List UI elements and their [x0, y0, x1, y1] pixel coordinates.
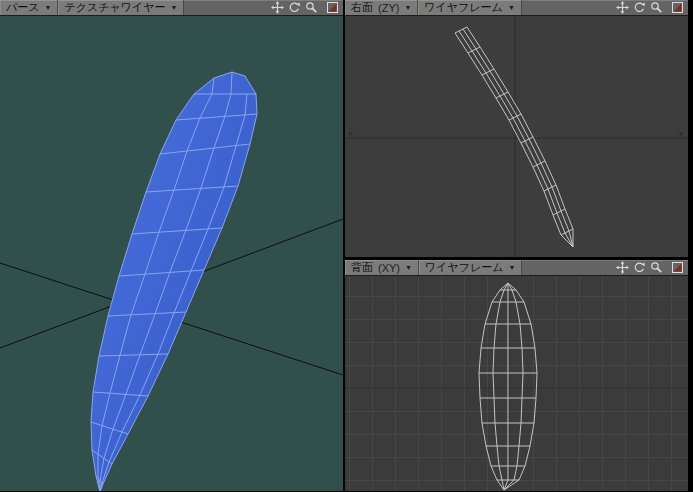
banana-mesh [91, 72, 257, 491]
chevron-down-icon: ▼ [508, 4, 515, 11]
side-scene: + + [345, 16, 688, 257]
chevron-down-icon: ▼ [45, 4, 52, 11]
header-spacer [184, 0, 270, 15]
back-canvas[interactable] [345, 276, 688, 491]
viewport-controls [270, 0, 343, 15]
maximize-icon[interactable] [670, 1, 685, 14]
banana-wireframe-back [479, 283, 537, 490]
rotate-icon[interactable] [287, 1, 302, 14]
zoom-icon[interactable] [304, 1, 319, 14]
display-mode-selector-perspective[interactable]: テクスチャワイヤー ▼ [58, 0, 184, 15]
display-mode-label: ワイヤフレーム [425, 260, 504, 275]
zoom-icon[interactable] [649, 1, 664, 14]
viewport-perspective: パース ▼ テクスチャワイヤー ▼ [0, 0, 343, 492]
view-label: 右面 [351, 0, 373, 15]
back-header: 背面 (XY) ▼ ワイヤフレーム ▼ [345, 260, 688, 276]
perspective-canvas[interactable] [0, 16, 343, 491]
display-mode-label: ワイヤフレーム [424, 0, 503, 15]
display-mode-label: テクスチャワイヤー [64, 0, 165, 15]
view-selector-perspective[interactable]: パース ▼ [0, 0, 58, 15]
header-spacer [522, 260, 615, 275]
back-scene [345, 276, 688, 491]
chevron-down-icon: ▼ [508, 264, 515, 271]
pan-icon[interactable] [270, 1, 285, 14]
view-label: 背面 [351, 260, 373, 275]
side-header: 右面 (ZY) ▼ ワイヤフレーム ▼ [345, 0, 688, 16]
rotate-icon[interactable] [632, 1, 647, 14]
maximize-icon[interactable] [670, 261, 685, 274]
perspective-scene [0, 16, 343, 491]
chevron-down-icon: ▼ [171, 4, 178, 11]
viewport-back: 背面 (XY) ▼ ワイヤフレーム ▼ [345, 260, 688, 492]
header-spacer [522, 0, 615, 15]
view-selector-back[interactable]: 背面 (XY) ▼ [345, 260, 419, 275]
display-mode-selector-side[interactable]: ワイヤフレーム ▼ [418, 0, 521, 15]
rotate-icon[interactable] [632, 261, 647, 274]
perspective-header: パース ▼ テクスチャワイヤー ▼ [0, 0, 343, 16]
view-axis-label: (XY) [378, 262, 400, 274]
chevron-down-icon: ▼ [405, 264, 412, 271]
modeler-window: パース ▼ テクスチャワイヤー ▼ [0, 0, 693, 492]
viewport-controls [615, 0, 688, 15]
banana-wireframe-side [455, 27, 573, 247]
viewport-controls [615, 260, 688, 275]
view-axis-label: (ZY) [378, 2, 399, 14]
axis-mark-left: + [348, 128, 354, 138]
side-canvas[interactable]: + + [345, 16, 688, 257]
pan-icon[interactable] [615, 261, 630, 274]
chevron-down-icon: ▼ [404, 4, 411, 11]
axis-mark-right: + [678, 128, 684, 138]
maximize-icon[interactable] [325, 1, 340, 14]
zoom-icon[interactable] [649, 261, 664, 274]
pan-icon[interactable] [615, 1, 630, 14]
viewport-side: 右面 (ZY) ▼ ワイヤフレーム ▼ [345, 0, 688, 258]
view-label: パース [6, 0, 40, 15]
view-selector-side[interactable]: 右面 (ZY) ▼ [345, 0, 418, 15]
display-mode-selector-back[interactable]: ワイヤフレーム ▼ [419, 260, 522, 275]
